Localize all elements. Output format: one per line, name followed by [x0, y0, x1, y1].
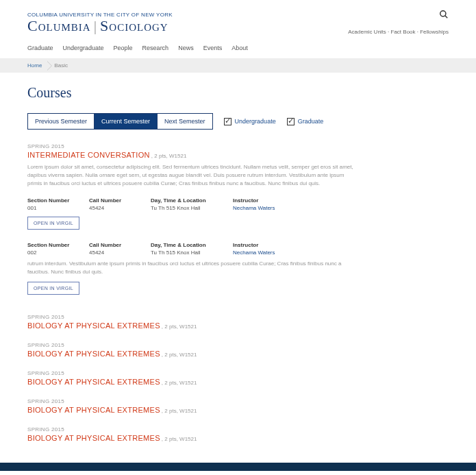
course-section: Section Number 002 Call Number 45424 Day…: [27, 242, 449, 256]
section-number-value: 002: [27, 249, 89, 256]
breadcrumb-home[interactable]: Home: [27, 62, 49, 69]
open-in-virgil-button[interactable]: OPEN IN VIRGIL: [27, 217, 79, 230]
filter-undergraduate[interactable]: Undergraduate: [224, 118, 276, 125]
secondary-nav-item[interactable]: Fellowships: [420, 29, 449, 35]
section-note: rutrum interdum. Vestibulum ante ipsum p…: [27, 260, 356, 276]
course-item: SPRING 2015 BIOLOGY AT PHYSICAL EXTREMES…: [27, 370, 449, 386]
site-logo[interactable]: Columbia|Sociology: [27, 17, 168, 35]
filter-graduate[interactable]: Graduate: [287, 118, 324, 125]
call-number-value: 45424: [89, 249, 151, 256]
section-number-label: Section Number: [27, 197, 89, 204]
course-item: SPRING 2015 BIOLOGY AT PHYSICAL EXTREMES…: [27, 398, 449, 414]
day-time-location-value: Tu Th 515 Knox Hall: [151, 249, 233, 256]
course-item: SPRING 2015 INTERMEDIATE CONVERSATION , …: [27, 143, 449, 295]
filter-label: Graduate: [298, 118, 324, 125]
secondary-nav-item[interactable]: Academic Units: [348, 29, 386, 35]
course-meta: , 2 pts, W1521: [162, 324, 197, 330]
secondary-nav: Academic Units · Fact Book · Fellowships: [348, 15, 449, 35]
nav-undergraduate[interactable]: Undergraduate: [63, 45, 104, 51]
nav-research[interactable]: Research: [142, 45, 169, 51]
instructor-link[interactable]: Nechama Waters: [233, 249, 315, 256]
course-item: SPRING 2015 BIOLOGY AT PHYSICAL EXTREMES…: [27, 426, 449, 442]
page-title: Courses: [27, 85, 449, 101]
course-item: SPRING 2015 BIOLOGY AT PHYSICAL EXTREMES…: [27, 314, 449, 330]
day-time-location-label: Day, Time & Location: [151, 242, 233, 248]
day-time-location-label: Day, Time & Location: [151, 197, 233, 204]
logo-divider: |: [94, 17, 97, 34]
course-term: SPRING 2015: [27, 342, 449, 348]
course-term: SPRING 2015: [27, 314, 449, 320]
course-section: Section Number 001 Call Number 45424 Day…: [27, 197, 449, 211]
course-term: SPRING 2015: [27, 370, 449, 376]
course-meta: , 2 pts, W1521: [162, 436, 197, 442]
course-item: SPRING 2015 BIOLOGY AT PHYSICAL EXTREMES…: [27, 342, 449, 358]
course-meta: , 2 pts, W1521: [162, 380, 197, 386]
checkbox-icon: [287, 118, 295, 125]
tab-next-semester[interactable]: Next Semester: [157, 114, 212, 129]
course-title[interactable]: BIOLOGY AT PHYSICAL EXTREMES: [27, 434, 160, 442]
instructor-label: Instructor: [233, 197, 315, 204]
course-term: SPRING 2015: [27, 143, 449, 149]
course-title[interactable]: BIOLOGY AT PHYSICAL EXTREMES: [27, 406, 160, 414]
tab-previous-semester[interactable]: Previous Semester: [28, 114, 94, 129]
logo-part-1: Columbia: [27, 17, 91, 34]
course-meta: , 2 pts, W1521: [162, 408, 197, 414]
logo-part-2: Sociology: [100, 17, 168, 34]
main-nav: Graduate Undergraduate People Research N…: [27, 35, 449, 58]
instructor-label: Instructor: [233, 242, 315, 248]
call-number-value: 45424: [89, 205, 151, 211]
course-title[interactable]: BIOLOGY AT PHYSICAL EXTREMES: [27, 321, 160, 330]
call-number-label: Call Number: [89, 242, 151, 248]
nav-graduate[interactable]: Graduate: [27, 45, 53, 51]
section-number-label: Section Number: [27, 242, 89, 248]
nav-people[interactable]: People: [114, 45, 133, 51]
course-description: Lorem ipsum dolor sit amet, consectetur …: [27, 163, 356, 188]
course-title[interactable]: INTERMEDIATE CONVERSATION: [27, 151, 150, 159]
secondary-nav-item[interactable]: Fact Book: [391, 29, 416, 35]
course-meta: , 2 pts, W1521: [162, 352, 197, 358]
open-in-virgil-button[interactable]: OPEN IN VIRGIL: [27, 282, 79, 295]
filter-label: Undergraduate: [235, 118, 276, 125]
breadcrumb: Home Basic: [0, 58, 476, 73]
call-number-label: Call Number: [89, 197, 151, 204]
nav-news[interactable]: News: [178, 45, 194, 51]
section-number-value: 001: [27, 205, 89, 211]
nav-events[interactable]: Events: [203, 45, 223, 51]
course-title[interactable]: BIOLOGY AT PHYSICAL EXTREMES: [27, 378, 160, 386]
course-term: SPRING 2015: [27, 426, 449, 433]
instructor-link[interactable]: Nechama Waters: [233, 205, 315, 211]
tab-current-semester[interactable]: Current Semester: [94, 114, 157, 129]
breadcrumb-current: Basic: [54, 62, 68, 69]
checkbox-icon: [224, 118, 231, 125]
semester-tabs: Previous Semester Current Semester Next …: [27, 113, 213, 130]
course-meta: , 2 pts, W1521: [151, 153, 187, 159]
course-term: SPRING 2015: [27, 398, 449, 404]
nav-about[interactable]: About: [231, 45, 248, 51]
footer-bar: [0, 463, 476, 471]
course-title[interactable]: BIOLOGY AT PHYSICAL EXTREMES: [27, 350, 160, 358]
day-time-location-value: Tu Th 515 Knox Hall: [151, 205, 233, 211]
